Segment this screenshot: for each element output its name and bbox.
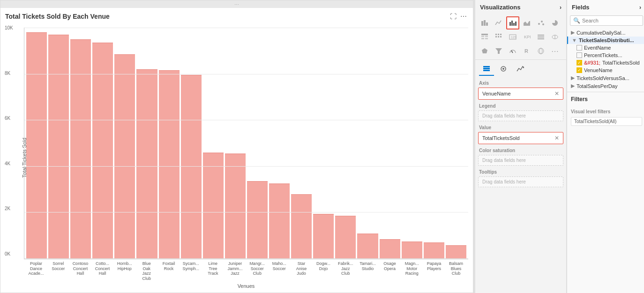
viz-stacked-bar[interactable] [478,16,491,29]
field-checkbox[interactable]: ✓ [577,67,582,73]
viz-map[interactable] [548,30,562,44]
bar[interactable] [159,70,180,258]
bar[interactable] [70,39,91,259]
axis-field-remove[interactable]: ✕ [554,90,559,97]
field-sub-item[interactable]: EventName [567,44,644,51]
x-labels-row: Poplar Dance Acade...Sorrel SoccerContos… [24,259,468,281]
viz-line-chart[interactable] [492,16,505,29]
bar[interactable] [247,181,268,258]
x-label-col: Juniper Jamm... Jazz [225,261,245,281]
viz-more[interactable]: ⋯ [548,44,562,58]
x-label-col: Cotto... Concert Hall [92,261,112,281]
field-group-item[interactable]: ▼TicketSalesDistributi... [567,37,644,44]
bar-col[interactable] [92,28,113,259]
bar-col[interactable] [380,28,400,259]
bar[interactable] [446,245,466,259]
bar-col[interactable] [159,28,180,259]
bar[interactable] [48,35,69,259]
field-sub-item[interactable]: ✓VenueName [567,66,644,74]
x-label-text: Blue Oak Jazz Club [142,261,151,281]
bar-col[interactable] [203,28,224,259]
viz-matrix[interactable] [492,30,505,44]
bar[interactable] [136,69,157,259]
bar-col[interactable] [114,28,135,259]
axis-field-box[interactable]: VenueName ✕ [478,88,563,100]
bar[interactable] [402,242,422,259]
bar[interactable] [269,183,290,258]
bar-col[interactable] [446,28,466,259]
field-checkbox[interactable]: ✓ [577,60,582,66]
x-label-text: Fabrik... Jazz Club [338,261,353,281]
tooltips-drag-area[interactable]: Drag data fields here [478,176,563,187]
bar[interactable] [335,216,356,258]
viz-pie-chart[interactable] [548,16,562,29]
bar-col[interactable] [291,28,312,259]
color-saturation-drag-area[interactable]: Drag data fields here [478,155,563,166]
viz-tab-fields[interactable] [479,63,494,76]
bar-col[interactable] [402,28,422,259]
viz-filled-map[interactable] [478,44,491,58]
viz-card[interactable]: 123 [506,30,519,44]
bar-col[interactable] [70,28,91,259]
value-field-remove[interactable]: ✕ [554,135,559,141]
viz-kpi[interactable]: KPI [520,30,533,44]
bar[interactable] [357,234,378,259]
bar[interactable] [26,32,47,259]
viz-table[interactable] [478,30,491,44]
bar[interactable] [92,43,113,259]
fields-search-input[interactable] [582,18,640,23]
field-checkbox[interactable] [577,45,582,51]
bar-col[interactable] [269,28,290,259]
bar[interactable] [203,153,224,259]
viz-area-chart[interactable] [520,16,533,29]
field-sub-item[interactable]: PercentTickets... [567,51,644,59]
more-options-button[interactable]: ⋯ [459,12,468,21]
field-group-item[interactable]: ▶TicketsSoldVersusSa... [567,74,644,82]
fields-expand-icon[interactable]: › [639,4,641,11]
bar-col[interactable] [357,28,378,259]
bar-col[interactable] [181,28,202,259]
bar-col[interactable] [48,28,69,259]
bar[interactable] [225,154,246,259]
bar[interactable] [313,214,334,259]
chart-drag-handle[interactable]: ⋯ [0,0,473,8]
bar-col[interactable] [313,28,334,259]
fields-search-box[interactable]: 🔍 [570,15,643,26]
bar-col[interactable] [247,28,268,259]
viz-bar-chart-selected[interactable] [506,16,519,29]
bar-col[interactable] [225,28,246,259]
viz-slicer[interactable] [534,30,547,44]
field-checkbox[interactable] [577,52,582,58]
bar-col[interactable] [424,28,444,259]
field-group-item[interactable]: ▶TotalSalesPerDay [567,82,644,90]
legend-drag-area[interactable]: Drag data fields here [478,110,563,121]
viz-globe[interactable] [534,44,547,58]
field-sub-item[interactable]: ✓&#931; TotalTicketsSold [567,59,644,66]
viz-tab-analytics[interactable] [513,63,528,76]
viz-gauge[interactable] [506,44,519,58]
chart-header: Total Tickets Sold By Each Venue ⛶ ⋯ [0,8,473,23]
filter-item[interactable]: TotalTicketsSold(All) [571,117,642,126]
sigma-icon: &#931; [584,60,600,66]
chart-container: ⋯ Total Tickets Sold By Each Venue ⛶ ⋯ T… [0,0,473,293]
field-group-item[interactable]: ▶CumulativeDailySal... [567,29,644,37]
bar[interactable] [424,242,444,259]
visualizations-expand-icon[interactable]: › [560,4,562,11]
viz-scatter[interactable] [534,16,547,29]
bar[interactable] [114,54,135,259]
svg-marker-31 [495,48,502,54]
fields-list: ▶CumulativeDailySal...▼TicketSalesDistri… [567,29,644,90]
bar[interactable] [380,239,400,259]
value-field-box[interactable]: TotalTicketsSold ✕ [478,132,563,144]
bar[interactable] [291,194,312,259]
viz-tab-format[interactable] [496,63,511,76]
viz-r-script[interactable]: R [520,44,533,58]
focus-mode-button[interactable]: ⛶ [449,12,458,21]
x-label-text: Magn... Motor Racing [405,261,419,281]
bar[interactable] [181,75,202,259]
viz-funnel[interactable] [492,44,505,58]
bar-col[interactable] [136,28,157,259]
x-label-text: Sycam... Symph... [182,261,199,281]
bar-col[interactable] [335,28,356,259]
bar-col[interactable] [26,28,47,259]
